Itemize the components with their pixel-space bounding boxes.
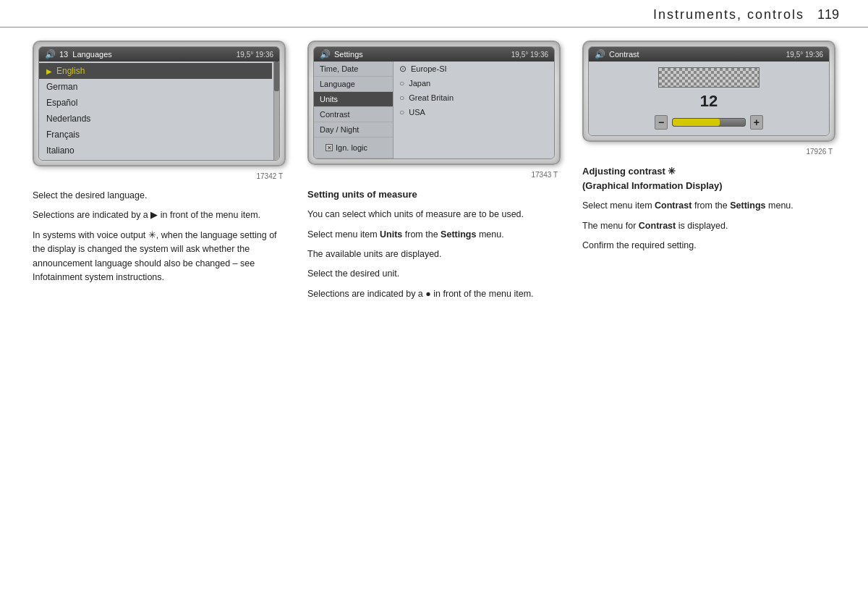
column-settings: 🔊 Settings 19,5° 19:36 Time, Date Langua… (297, 41, 571, 307)
desc-para-s3: The available units are displayed. (307, 248, 561, 261)
menu-item-nederlands[interactable]: Nederlands (39, 111, 272, 127)
screen-header-contrast: 🔊 Contrast 19,5° 19:36 (589, 47, 829, 62)
desc-title-contrast: Adjusting contrast ✳(Graphical Informati… (582, 164, 835, 193)
ignlogic-label: Ign. logic (336, 143, 367, 152)
play-icon: ▶ (46, 67, 52, 75)
menu-item-label: Español (46, 98, 77, 108)
desc-title-settings: Setting units of measure (307, 187, 561, 202)
menu-item-label: Français (46, 130, 80, 140)
column-languages: 🔊 13 Languages 19,5° 19:36 ▶ English Ger… (22, 41, 297, 307)
screen-title-languages: 13 Languages (59, 50, 112, 59)
option-gb[interactable]: ○ Great Britain (393, 90, 554, 105)
desc-para-3: In systems with voice output ✳, when the… (33, 229, 286, 285)
menu-item-label: Italiano (46, 145, 75, 156)
menu-item-label: German (46, 82, 77, 92)
screen-contrast: 🔊 Contrast 19,5° 19:36 12 − + (582, 41, 835, 142)
screen-inner-languages: 🔊 13 Languages 19,5° 19:36 ▶ English Ger… (38, 46, 280, 161)
contrast-bar[interactable] (672, 118, 746, 127)
menu-list-languages: ▶ English German Español Nederlands (39, 62, 279, 160)
radio-usa: ○ (399, 107, 404, 117)
settings-layout: Time, Date Language Units Contrast Day /… (314, 62, 554, 158)
menu-item-francais[interactable]: Français (39, 127, 272, 143)
page-title: Instruments, controls (653, 7, 804, 22)
screen-inner-settings: 🔊 Settings 19,5° 19:36 Time, Date Langua… (313, 46, 555, 159)
desc-para-s1: You can select which units of measure ar… (307, 208, 561, 221)
contrast-checker (658, 67, 760, 88)
page-number: 119 (817, 7, 839, 22)
screen-header-settings: 🔊 Settings 19,5° 19:36 (314, 47, 554, 62)
figure-number-languages: 17342 T (33, 171, 286, 182)
option-europe-label: Europe-SI (411, 64, 447, 73)
desc-para-2: Selections are indicated by a ▶ in front… (33, 208, 286, 222)
page-header: Instruments, controls 119 (0, 0, 868, 28)
settings-item-language[interactable]: Language (314, 77, 393, 92)
option-usa[interactable]: ○ USA (393, 105, 554, 119)
screen-inner-contrast: 🔊 Contrast 19,5° 19:36 12 − + (588, 46, 830, 136)
desc-para-c3: Confirm the required setting. (582, 239, 835, 253)
screen-languages: 🔊 13 Languages 19,5° 19:36 ▶ English Ger… (33, 41, 286, 166)
screen-header-left-contrast: 🔊 Contrast (595, 49, 639, 59)
settings-item-ignlogic[interactable]: ✕ Ign. logic (314, 138, 393, 158)
screen-info-settings: 19,5° 19:36 (511, 51, 548, 59)
option-japan[interactable]: ○ Japan (393, 76, 554, 90)
menu-item-espanol[interactable]: Español (39, 95, 272, 111)
settings-item-timedate[interactable]: Time, Date (314, 62, 393, 77)
screen-header-left: 🔊 13 Languages (45, 49, 112, 59)
desc-para-c2: The menu for Contrast is displayed. (582, 219, 835, 233)
radio-gb: ○ (399, 93, 404, 103)
figure-number-contrast: 17926 T (582, 146, 835, 157)
scrollbar-area: ▶ English German Español Nederlands (39, 62, 279, 160)
option-gb-label: Great Britain (409, 93, 454, 102)
desc-para-s4: Select the desired unit. (307, 267, 561, 281)
menu-item-german[interactable]: German (39, 79, 272, 95)
option-europe[interactable]: ⊙ Europe-SI (393, 62, 554, 76)
menu-item-label: Nederlands (46, 114, 90, 124)
menu-item-english[interactable]: ▶ English (39, 63, 272, 79)
contrast-plus-button[interactable]: + (750, 115, 763, 130)
radio-japan: ○ (399, 78, 404, 88)
radio-europe: ⊙ (399, 64, 407, 74)
settings-item-checkbox-ignlogic: ✕ Ign. logic (320, 140, 387, 155)
desc-para-c1: Select menu item Contrast from the Setti… (582, 199, 835, 213)
desc-para-1: Select the desired language. (33, 189, 286, 203)
desc-para-s5: Selections are indicated by a ● in front… (307, 287, 561, 301)
main-content: 🔊 13 Languages 19,5° 19:36 ▶ English Ger… (0, 28, 868, 307)
contrast-bar-row: − + (655, 115, 763, 130)
menu-item-label: English (56, 66, 85, 76)
option-japan-label: Japan (409, 79, 430, 88)
scrollbar-thumb (274, 62, 279, 91)
nav-icon-languages: 🔊 (45, 49, 56, 59)
settings-item-daynight[interactable]: Day / Night (314, 122, 393, 138)
screen-title-settings: Settings (334, 50, 363, 59)
nav-icon-settings: 🔊 (320, 49, 331, 59)
checkbox-ignlogic: ✕ (326, 144, 333, 151)
description-languages: Select the desired language. Selections … (33, 189, 286, 290)
screen-title-contrast: Contrast (609, 50, 639, 59)
settings-item-units[interactable]: Units (314, 92, 393, 107)
settings-left: Time, Date Language Units Contrast Day /… (314, 62, 393, 158)
contrast-value: 12 (700, 92, 718, 111)
menu-item-italiano[interactable]: Italiano (39, 143, 272, 158)
screen-header-languages: 🔊 13 Languages 19,5° 19:36 (39, 47, 279, 62)
scrollbar-track[interactable] (273, 62, 279, 160)
figure-number-settings: 17343 T (307, 169, 561, 180)
screen-info-languages: 19,5° 19:36 (237, 51, 273, 59)
contrast-controls: 12 − + (589, 62, 829, 135)
description-settings: Setting units of measure You can select … (307, 187, 561, 307)
contrast-minus-button[interactable]: − (655, 115, 668, 130)
screen-info-contrast: 19,5° 19:36 (786, 51, 823, 59)
settings-right: ⊙ Europe-SI ○ Japan ○ Great Britain ○ (393, 62, 554, 158)
contrast-bar-fill (673, 119, 720, 126)
settings-item-contrast[interactable]: Contrast (314, 107, 393, 122)
description-contrast: Adjusting contrast ✳(Graphical Informati… (582, 164, 835, 258)
column-contrast: 🔊 Contrast 19,5° 19:36 12 − + (571, 41, 846, 307)
screen-settings: 🔊 Settings 19,5° 19:36 Time, Date Langua… (307, 41, 561, 165)
desc-para-s2: Select menu item Units from the Settings… (307, 228, 561, 242)
nav-icon-contrast: 🔊 (595, 49, 605, 59)
option-usa-label: USA (409, 108, 425, 117)
screen-header-left-settings: 🔊 Settings (320, 49, 363, 59)
